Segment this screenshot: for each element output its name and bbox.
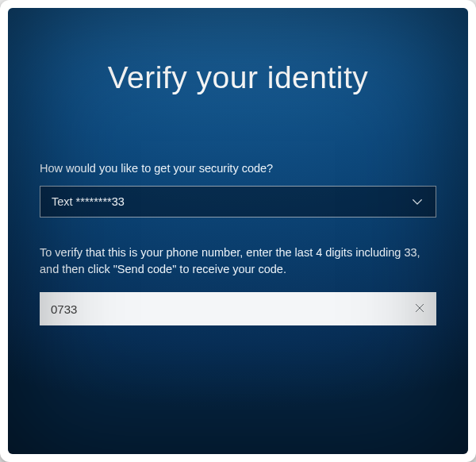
screenshot-frame: Verify your identity How would you like …: [0, 0, 476, 462]
phone-last4-input-wrap: [40, 292, 436, 325]
phone-last4-input[interactable]: [40, 292, 403, 325]
phone-verify-instructions: To verify that this is your phone number…: [40, 244, 436, 278]
code-method-selected-value: Text ********33: [52, 195, 125, 208]
close-icon: [413, 302, 426, 317]
code-method-prompt: How would you like to get your security …: [40, 162, 436, 175]
verify-identity-screen: Verify your identity How would you like …: [8, 8, 468, 454]
chevron-down-icon: [409, 193, 426, 210]
code-method-section: How would you like to get your security …: [40, 162, 436, 325]
page-title: Verify your identity: [40, 60, 436, 95]
clear-input-button[interactable]: [403, 292, 436, 325]
code-method-select[interactable]: Text ********33: [40, 186, 436, 218]
